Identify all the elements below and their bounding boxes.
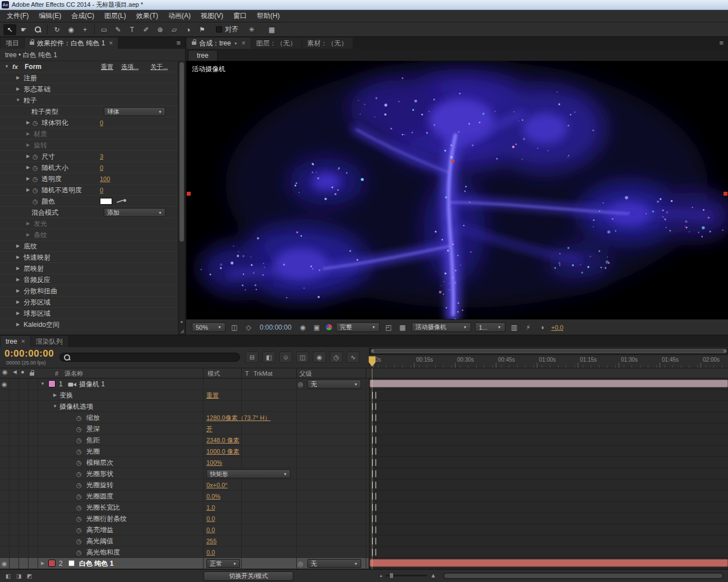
rectangle-tool-icon[interactable]: ▭ — [98, 24, 110, 35]
layer-expander-collapsed-icon[interactable]: ▶ — [39, 558, 46, 569]
collapsed-arrow-icon[interactable]: ▶ — [15, 252, 21, 263]
stopwatch-icon[interactable]: ◷ — [33, 196, 38, 207]
eyedropper-icon[interactable] — [116, 198, 127, 205]
layer-expander-expanded-icon[interactable]: ▼ — [39, 378, 46, 390]
stopwatch-icon[interactable]: ◷ — [76, 468, 82, 479]
color-swatch[interactable] — [100, 198, 112, 205]
row-track[interactable] — [369, 378, 728, 390]
property-value[interactable]: 0x+0.0° — [206, 479, 228, 491]
stopwatch-icon[interactable]: ◷ — [76, 535, 82, 547]
grid-guides-icon[interactable]: ▦ — [265, 24, 278, 35]
collapsed-arrow-icon[interactable]: ▶ — [15, 285, 21, 297]
property-value[interactable]: 1.0 — [206, 502, 215, 513]
fx-badge-icon[interactable]: fx — [12, 61, 18, 72]
composition-canvas[interactable]: 活动摄像机 — [186, 61, 728, 319]
tab-close-icon[interactable]: × — [242, 39, 246, 47]
property-value[interactable]: 开 — [206, 423, 213, 435]
menu-item-6[interactable]: 视图(V) — [196, 10, 228, 22]
layer-color-swatch[interactable] — [48, 560, 56, 567]
stopwatch-icon[interactable]: ◷ — [76, 423, 82, 435]
timeline-search-field[interactable] — [59, 353, 240, 362]
frame-blending-icon[interactable]: ◫ — [296, 352, 309, 363]
layer-row-1[interactable]: ◉▼1摄像机 1◎无▼ — [0, 378, 728, 390]
hide-shy-layers-icon[interactable]: ☺ — [279, 352, 292, 363]
collapsed-arrow-icon[interactable]: ▶ — [25, 162, 31, 173]
column-mode[interactable]: 模式 — [208, 368, 220, 378]
exposure-value[interactable]: +0.0 — [551, 324, 564, 331]
layer-duration-bar[interactable] — [370, 559, 728, 567]
collapsed-arrow-icon[interactable]: ▶ — [15, 241, 21, 252]
toggle-switches-modes-button[interactable]: 切换开关/模式 — [204, 571, 293, 581]
show-channels-icon[interactable] — [326, 324, 332, 330]
reset-link[interactable]: 重置 — [206, 390, 219, 401]
puppet-pin-tool-icon[interactable]: ⚑ — [196, 24, 209, 35]
time-navigator-bar[interactable] — [371, 349, 727, 353]
menu-item-3[interactable]: 图层(L) — [99, 10, 131, 22]
hand-tool-icon[interactable]: ☛ — [17, 24, 30, 35]
viewer-timecode[interactable]: 0:00:00:00 — [260, 324, 292, 331]
parent-pickwhip-icon[interactable]: ◎ — [298, 558, 303, 569]
effect-options-link[interactable]: 选项... — [121, 61, 139, 72]
pixel-aspect-correction-icon[interactable]: ▥ — [509, 324, 519, 331]
layer-handle-left[interactable] — [187, 192, 191, 196]
collapsed-arrow-icon[interactable]: ▶ — [25, 184, 31, 196]
layer-visibility-icon[interactable]: ◉ — [2, 378, 7, 390]
row-track[interactable] — [369, 558, 728, 569]
type-tool-icon[interactable]: T — [126, 24, 139, 35]
rotation-tool-icon[interactable]: ↻ — [50, 24, 63, 35]
zoom-tool-icon[interactable] — [31, 24, 44, 35]
collapsed-arrow-icon[interactable]: ▶ — [25, 128, 31, 140]
timeline-tab-render-queue[interactable]: 渲染队列 — [31, 336, 68, 347]
timeline-horizontal-scrollbar-thumb[interactable] — [444, 574, 722, 578]
row-track[interactable] — [369, 479, 728, 491]
stopwatch-icon[interactable]: ◷ — [76, 446, 82, 457]
tab-dropdown-icon[interactable]: ▼ — [234, 41, 238, 45]
exposure-icon[interactable]: ◑ — [537, 324, 547, 331]
property-value[interactable]: 0.0% — [206, 491, 220, 502]
stopwatch-icon[interactable]: ◷ — [33, 151, 38, 162]
tab-close-icon[interactable]: × — [109, 39, 113, 47]
collapsed-arrow-icon[interactable]: ▶ — [15, 263, 21, 274]
stopwatch-icon[interactable]: ◷ — [76, 524, 82, 535]
group-expander-collapsed-icon[interactable]: ▶ — [52, 390, 58, 401]
effect-about-link[interactable]: 关于... — [150, 61, 168, 72]
column-trkmat[interactable]: TrkMat — [254, 368, 273, 378]
tab-layer[interactable]: 图层：（无） — [251, 38, 302, 49]
property-value[interactable]: 0.0 — [206, 524, 215, 535]
tab-composition[interactable]: 合成：tree ▼ × — [187, 38, 251, 49]
menu-item-5[interactable]: 动画(A) — [163, 10, 196, 22]
zoom-in-icon[interactable]: ▲ — [430, 572, 436, 579]
collapsed-arrow-icon[interactable]: ▶ — [25, 151, 31, 162]
menu-item-0[interactable]: 文件(F) — [2, 10, 34, 22]
clone-stamp-tool-icon[interactable]: ⊛ — [154, 24, 167, 35]
row-track[interactable] — [369, 535, 728, 547]
row-track[interactable] — [369, 524, 728, 535]
expand-inout-button[interactable]: ◩ — [25, 572, 34, 580]
property-value[interactable]: 100 — [100, 173, 110, 184]
column-parent[interactable]: 父级 — [300, 368, 312, 378]
fx-scrollbar-thumb[interactable] — [179, 62, 184, 242]
menu-item-8[interactable]: 帮助(H) — [252, 10, 285, 22]
panel-menu-icon[interactable]: ≡ — [715, 38, 728, 49]
parent-pickwhip-icon[interactable]: ◎ — [298, 378, 303, 390]
row-track[interactable] — [369, 547, 728, 558]
collapsed-arrow-icon[interactable]: ▶ — [15, 274, 21, 285]
tab-project[interactable]: 项目 — [1, 38, 24, 49]
property-value[interactable]: 0 — [100, 162, 103, 173]
expanded-arrow-icon[interactable]: ▼ — [15, 95, 21, 106]
selection-tool-icon[interactable]: ↖ — [3, 24, 16, 35]
timeline-zoom-slider[interactable] — [386, 575, 427, 576]
pen-tool-icon[interactable]: ✎ — [112, 24, 125, 35]
stopwatch-icon[interactable]: ◷ — [33, 117, 38, 128]
snap-checkbox[interactable] — [216, 26, 222, 33]
collapsed-arrow-icon[interactable]: ▶ — [15, 84, 21, 95]
resolution-dropdown[interactable]: 完整 ▼ — [336, 322, 380, 332]
eraser-tool-icon[interactable]: ▱ — [168, 24, 181, 35]
tab-close-icon[interactable]: × — [21, 338, 25, 345]
panel-resize-grip[interactable]: ◢ — [180, 328, 184, 334]
layer-parent-dropdown[interactable]: 无▼ — [307, 559, 361, 568]
group-expander-expanded-icon[interactable]: ▼ — [52, 401, 58, 412]
row-track[interactable] — [369, 446, 728, 457]
property-value[interactable]: 255 — [206, 535, 216, 547]
layer-row-2[interactable]: ◉▶2白色 纯色 1正常▼◎无▼ — [0, 558, 728, 569]
